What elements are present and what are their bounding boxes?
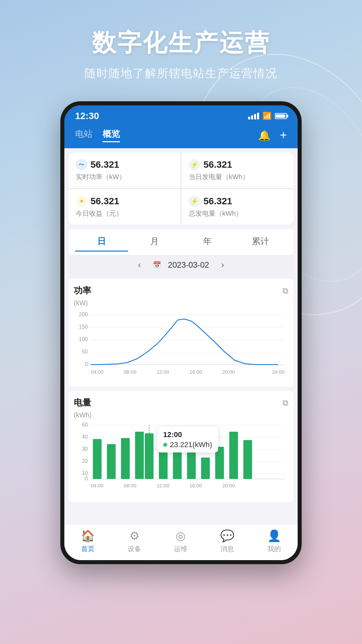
svg-rect-39 — [145, 433, 154, 479]
date-prev-button[interactable]: ‹ — [132, 260, 146, 270]
energy-chart-header: 电量 ⧉ — [74, 397, 288, 409]
svg-text:50: 50 — [82, 349, 88, 355]
svg-text:20:00: 20:00 — [222, 483, 235, 488]
nav-profile[interactable]: 👤 我的 — [267, 529, 281, 553]
tooltip-value-text: 23.221(kWh) — [170, 440, 212, 449]
svg-text:04:00: 04:00 — [91, 483, 104, 488]
power-chart-header: 功率 ⧉ — [74, 285, 288, 297]
svg-rect-37 — [135, 432, 144, 479]
tooltip-value: 23.221(kWh) — [163, 440, 212, 449]
power-chart-expand-icon[interactable]: ⧉ — [283, 286, 288, 296]
stat-daily-income: ☀ 56.321 今日收益（元） — [68, 189, 181, 225]
daily-energy-value: 56.321 — [203, 159, 232, 170]
realtime-power-label: 实时功率（kW） — [76, 172, 173, 181]
current-date: 2023-03-02 — [168, 260, 209, 270]
phone-mockup: 12:30 📶 电站 — [60, 101, 302, 564]
bottom-navigation: 🏠 首页 ⚙ 设备 ◎ 运维 💬 消息 👤 我的 — [64, 524, 298, 560]
tab-month[interactable]: 月 — [128, 232, 181, 252]
wifi-icon: 📶 — [262, 112, 272, 120]
svg-text:20:00: 20:00 — [222, 369, 235, 375]
nav-messages[interactable]: 💬 消息 — [220, 529, 234, 553]
stats-grid: 〜 56.321 实时功率（kW） ⚡ 56.321 当日发电量（kWh） — [68, 152, 294, 225]
date-navigator: ‹ 📅 2023-03-02 › — [68, 255, 294, 275]
bell-icon[interactable]: 🔔 — [258, 129, 270, 141]
power-chart-section: 功率 ⧉ (kW) 200 — [68, 279, 294, 387]
nav-devices-label: 设备 — [128, 544, 141, 553]
svg-rect-45 — [229, 432, 238, 479]
svg-text:16:00: 16:00 — [189, 369, 202, 375]
daily-energy-label: 当日发电量（kWh） — [189, 172, 286, 181]
nav-profile-label: 我的 — [267, 544, 281, 553]
stat-total-energy: ⚡ 56.321 总发电量（kWh） — [181, 189, 294, 225]
energy-chart-title: 电量 — [74, 397, 91, 409]
nav-home-label: 首页 — [81, 544, 95, 553]
svg-text:40: 40 — [82, 434, 88, 440]
nav-messages-label: 消息 — [221, 544, 234, 553]
tab-day[interactable]: 日 — [75, 232, 128, 252]
chart-tooltip: 12:00 23.221(kWh) — [157, 427, 218, 452]
nav-maintenance[interactable]: ◎ 运维 — [174, 529, 187, 553]
svg-text:0: 0 — [85, 476, 88, 481]
power-chart-title: 功率 — [74, 285, 91, 297]
svg-rect-43 — [201, 458, 210, 479]
status-icons: 📶 — [248, 112, 287, 120]
signal-icon — [248, 113, 259, 119]
svg-text:08:00: 08:00 — [124, 483, 136, 488]
tab-cumulative[interactable]: 累计 — [234, 232, 287, 252]
status-time: 12:30 — [75, 111, 99, 121]
header-subtitle: 随时随地了解所辖电站生产运营情况 — [0, 66, 362, 81]
svg-rect-35 — [107, 444, 116, 479]
total-energy-value: 56.321 — [203, 196, 232, 207]
realtime-power-value: 56.321 — [90, 159, 119, 170]
svg-text:0: 0 — [85, 361, 88, 367]
energy-bar-chart: 12:00 23.221(kWh) — [74, 420, 288, 499]
header-title: 数字化生产运营 — [0, 27, 362, 59]
daily-income-icon: ☀ — [76, 196, 87, 207]
nav-devices[interactable]: ⚙ 设备 — [128, 529, 141, 553]
svg-text:24:00: 24:00 — [272, 369, 285, 375]
profile-icon: 👤 — [267, 529, 281, 542]
svg-text:16:00: 16:00 — [189, 483, 202, 488]
header-section: 数字化生产运营 随时随地了解所辖电站生产运营情况 — [0, 0, 362, 81]
svg-rect-41 — [173, 449, 182, 479]
phone-wrapper: 12:30 📶 电站 — [0, 101, 362, 564]
plus-icon[interactable]: + — [280, 128, 287, 142]
tab-station[interactable]: 电站 — [75, 128, 93, 142]
daily-energy-icon: ⚡ — [189, 159, 200, 170]
power-chart-svg: 200 150 100 50 0 04:00 08:00 12:00 16:00… — [74, 308, 288, 383]
daily-income-label: 今日收益（元） — [76, 209, 173, 218]
tooltip-time: 12:00 — [163, 430, 212, 439]
svg-text:10: 10 — [82, 470, 88, 476]
svg-text:50: 50 — [82, 422, 88, 428]
nav-actions: 🔔 + — [258, 128, 287, 142]
svg-rect-34 — [93, 439, 102, 479]
daily-income-value: 56.321 — [90, 196, 119, 207]
svg-rect-46 — [243, 440, 252, 479]
svg-rect-36 — [121, 438, 130, 479]
svg-text:100: 100 — [79, 336, 88, 342]
battery-icon — [275, 113, 287, 119]
maintenance-icon: ◎ — [176, 529, 186, 542]
nav-home[interactable]: 🏠 首页 — [81, 529, 95, 553]
tooltip-dot — [163, 443, 167, 447]
energy-chart-expand-icon[interactable]: ⧉ — [283, 398, 288, 408]
svg-text:08:00: 08:00 — [124, 369, 136, 375]
tab-year[interactable]: 年 — [181, 232, 234, 252]
total-energy-icon: ⚡ — [189, 196, 200, 207]
stat-daily-energy: ⚡ 56.321 当日发电量（kWh） — [181, 152, 294, 188]
messages-icon: 💬 — [220, 529, 234, 542]
status-bar: 12:30 📶 — [64, 105, 298, 124]
devices-icon: ⚙ — [129, 529, 139, 542]
main-content: 〜 56.321 实时功率（kW） ⚡ 56.321 当日发电量（kWh） — [64, 148, 298, 524]
date-next-button[interactable]: › — [216, 260, 230, 270]
svg-text:12:00: 12:00 — [157, 369, 169, 375]
calendar-icon: 📅 — [153, 261, 161, 269]
svg-text:200: 200 — [79, 312, 88, 317]
period-tabs: 日 月 年 累计 — [68, 229, 294, 255]
tab-overview[interactable]: 概览 — [103, 128, 120, 142]
svg-text:04:00: 04:00 — [91, 369, 104, 375]
total-energy-label: 总发电量（kWh） — [189, 209, 286, 218]
svg-text:150: 150 — [79, 324, 88, 330]
stat-realtime-power: 〜 56.321 实时功率（kW） — [68, 152, 181, 188]
nav-maintenance-label: 运维 — [174, 544, 187, 553]
